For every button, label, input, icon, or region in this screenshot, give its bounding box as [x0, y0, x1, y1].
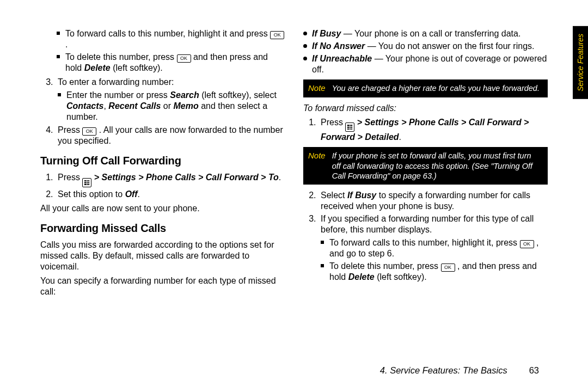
paragraph: You can specify a forwarding number for … — [40, 275, 285, 297]
subheading-to-forward-missed-calls: To forward missed calls: — [303, 103, 548, 114]
note-text: You are charged a higher rate for calls … — [330, 80, 547, 97]
text: or — [161, 101, 173, 111]
text: — Your phone is on a call or transferrin… — [341, 29, 520, 38]
column-left: To forward calls to this number, highlig… — [40, 26, 285, 301]
text: Set this option to — [58, 189, 125, 199]
text: (left softkey), select — [201, 90, 277, 100]
steps-forward-missed-cont: Select If Busy to specify a forwarding n… — [303, 190, 548, 283]
menu-key-icon — [345, 122, 354, 132]
text: To delete this number, press — [329, 261, 441, 271]
nav-path: > Settings > Phone Calls > Call Forward … — [94, 173, 279, 182]
option-if-busy: If Busy — Your phone is on a call or tra… — [303, 28, 548, 39]
text: If you specified a forwarding number for… — [321, 214, 534, 234]
option-label: If No Answer — [312, 41, 365, 51]
step-4: Press OK . All your calls are now forwar… — [56, 125, 285, 146]
softkey-delete: Delete — [348, 272, 375, 281]
sublist-forward-or-delete: To forward calls to this number, highlig… — [40, 28, 285, 74]
ok-key-icon: OK — [520, 240, 534, 248]
page-number: 63 — [529, 365, 539, 376]
menu-memo: Memo — [174, 101, 199, 111]
steps-forward-missed: Press > Settings > Phone Calls > Call Fo… — [303, 117, 548, 143]
step-1: Press > Settings > Phone Calls > Call Fo… — [56, 172, 285, 187]
text: — You do not answer on the first four ri… — [365, 41, 534, 51]
note-text: If your phone is set to forward all call… — [330, 148, 547, 183]
text: Press — [58, 125, 82, 134]
note-box: Note If your phone is set to forward all… — [303, 147, 548, 184]
text: To enter a forwarding number: — [58, 77, 174, 87]
text: , — [103, 101, 108, 111]
ok-key-icon: OK — [177, 54, 191, 63]
step-3: To enter a forwarding number: Enter the … — [56, 77, 285, 122]
sublist: To forward calls to this number, highlig… — [321, 237, 548, 283]
option-label: If Unreachable — [312, 54, 372, 63]
sublist-item: To delete this number, press OK and then… — [57, 52, 285, 74]
sublist-enter-number: Enter the number or press Search (left s… — [58, 90, 285, 122]
heading-turning-off-call-forwarding: Turning Off Call Forwarding — [40, 154, 285, 168]
ok-key-icon: OK — [270, 31, 284, 39]
text: (left softkey). — [113, 63, 163, 72]
sublist-item: To delete this number, press OK , and th… — [321, 261, 548, 283]
option-if-unreachable: If Unreachable — Your phone is out of co… — [303, 53, 548, 75]
step-1: Press > Settings > Phone Calls > Call Fo… — [318, 117, 548, 143]
paragraph: Calls you miss are forwarded according t… — [40, 240, 285, 272]
menu-key-icon — [82, 178, 91, 187]
text: To forward calls to this number, highlig… — [329, 238, 520, 247]
text: (left softkey). — [377, 272, 427, 281]
text: To forward calls to this number, highlig… — [65, 29, 270, 38]
menu-contacts: Contacts — [66, 101, 103, 111]
sublist-item: To forward calls to this number, highlig… — [57, 28, 285, 50]
text: To delete this number, press — [65, 52, 177, 62]
result-text: All your calls are now sent to your phon… — [40, 203, 285, 214]
step-3: If you specified a forwarding number for… — [318, 213, 548, 283]
step-2: Select If Busy to specify a forwarding n… — [318, 190, 548, 212]
menu-recent-calls: Recent Calls — [108, 101, 161, 111]
sublist-item: To forward calls to this number, highlig… — [321, 237, 548, 259]
text: Select — [321, 191, 347, 200]
ok-key-icon: OK — [441, 264, 455, 272]
content-columns: To forward calls to this number, highlig… — [40, 26, 548, 301]
option-if-no-answer: If No Answer — You do not answer on the … — [303, 41, 548, 52]
option-list: If Busy — Your phone is on a call or tra… — [303, 28, 548, 75]
note-label: Note — [304, 80, 330, 97]
heading-forwarding-missed-calls: Forwarding Missed Calls — [40, 222, 285, 235]
softkey-search: Search — [170, 90, 199, 100]
sublist-item: Enter the number or press Search (left s… — [58, 90, 285, 122]
column-right: If Busy — Your phone is on a call or tra… — [303, 26, 548, 301]
manual-page: Service Features To forward calls to thi… — [0, 0, 588, 392]
page-footer: 4. Service Features: The Basics 63 — [380, 365, 539, 376]
side-tab-service-features: Service Features — [573, 26, 588, 99]
footer-chapter: 4. Service Features: The Basics — [380, 365, 507, 376]
ok-key-icon: OK — [82, 127, 96, 136]
text: Press — [321, 118, 345, 127]
softkey-delete: Delete — [84, 63, 111, 72]
option-label: If Busy — [312, 29, 341, 38]
text: Enter the number or press — [66, 90, 170, 100]
option-if-busy: If Busy — [347, 191, 376, 200]
step-2: Set this option to Off. — [56, 189, 285, 200]
steps-turn-off: Press > Settings > Phone Calls > Call Fo… — [40, 172, 285, 200]
text: Press — [58, 173, 82, 182]
ordered-list-continued: To enter a forwarding number: Enter the … — [40, 77, 285, 146]
note-label: Note — [304, 148, 330, 183]
note-box: Note You are charged a higher rate for c… — [303, 79, 548, 97]
option-off: Off — [125, 189, 138, 199]
